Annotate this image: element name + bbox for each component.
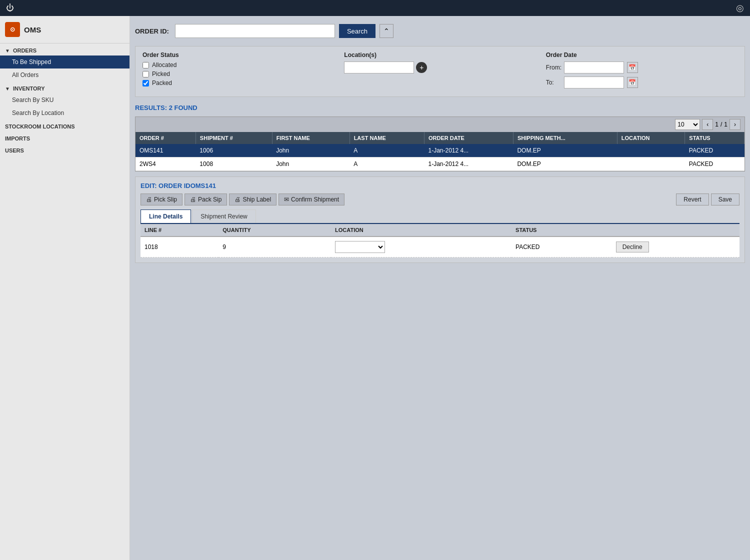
collapse-button[interactable]: ⌃	[380, 24, 394, 38]
col-line-num: LINE #	[140, 224, 218, 236]
picked-checkbox[interactable]	[142, 71, 149, 78]
to-be-shipped-label: To Be Shipped	[12, 58, 51, 66]
revert-button[interactable]: Revert	[676, 194, 708, 206]
col-location: LOCATION	[617, 132, 684, 144]
save-button[interactable]: Save	[711, 194, 740, 206]
allocated-label: Allocated	[152, 62, 176, 68]
from-label: From:	[546, 64, 561, 71]
next-page-button[interactable]: ›	[730, 119, 740, 130]
send-icon: ✉	[284, 196, 289, 203]
quantity-cell: 9	[218, 236, 331, 258]
order-id-row: ORDER ID: Search ⌃	[135, 21, 745, 41]
col-status: STATUS	[685, 132, 744, 144]
calendar-from-button[interactable]: 📅	[627, 62, 638, 73]
table-row[interactable]: OMS1411006JohnA1-Jan-2012 4...DOM.EPPACK…	[136, 144, 744, 158]
shipment-review-tab-label: Shipment Review	[200, 213, 247, 220]
order-status-title: Order Status	[142, 52, 334, 58]
edit-title: EDIT: ORDER IDOMS141	[140, 182, 740, 190]
order-id-input[interactable]	[175, 24, 335, 38]
orders-arrow-icon: ▼	[5, 48, 10, 54]
location-input-row: +	[344, 62, 536, 74]
plus-icon: +	[420, 64, 424, 72]
col-quantity: QUANTITY	[218, 224, 331, 236]
table-header-row: ORDER # SHIPMENT # FIRST NAME LAST NAME …	[136, 132, 744, 144]
sidebar-section-stockroom[interactable]: STOCKROOM LOCATIONS	[0, 120, 130, 132]
page-size-select[interactable]: 10 25 50	[675, 119, 700, 130]
sidebar-item-all-orders[interactable]: All Orders	[0, 68, 130, 82]
table-wrapper: 10 25 50 ‹ 1 / 1 › ORDER #	[135, 116, 745, 172]
sidebar-item-to-be-shipped[interactable]: To Be Shipped	[0, 56, 130, 68]
inventory-section-label: INVENTORY	[13, 86, 45, 92]
main-content: ORDER ID: Search ⌃ Order Status Allocate…	[130, 16, 750, 560]
filter-row-picked: Picked	[142, 70, 334, 78]
pagination-row: 10 25 50 ‹ 1 / 1 ›	[136, 117, 744, 132]
imports-label: IMPORTS	[5, 136, 30, 142]
sidebar-section-orders[interactable]: ▼ ORDERS	[0, 44, 130, 56]
sidebar-item-search-by-location[interactable]: Search By Location	[0, 106, 130, 120]
location-cell	[331, 236, 512, 258]
users-label: USERS	[5, 148, 24, 154]
picked-label: Picked	[152, 70, 170, 78]
page-separator: /	[720, 121, 722, 128]
table-row[interactable]: 2WS41008JohnA1-Jan-2012 4...DOM.EPPACKED	[136, 158, 744, 171]
chevron-up-icon: ⌃	[384, 27, 390, 35]
search-by-sku-label: Search By SKU	[12, 96, 54, 104]
pack-slip-button[interactable]: 🖨 Pack Sip	[184, 194, 227, 206]
logo-text: OMS	[24, 26, 41, 34]
date-from-input[interactable]	[564, 62, 624, 74]
date-to-row: To: 📅	[546, 76, 738, 88]
sidebar-item-search-by-sku[interactable]: Search By SKU	[0, 94, 130, 106]
col-line-status: STATUS	[512, 224, 612, 236]
tab-shipment-review[interactable]: Shipment Review	[192, 210, 256, 223]
ship-label-button[interactable]: 🖨 Ship Label	[229, 194, 276, 206]
current-page: 1	[715, 121, 718, 128]
calendar-to-icon: 📅	[628, 79, 636, 86]
col-action	[612, 224, 740, 236]
pack-slip-label: Pack Sip	[198, 196, 222, 203]
order-id-label: ORDER ID:	[135, 28, 169, 35]
col-order-date: ORDER DATE	[424, 132, 513, 144]
chevron-left-icon: ‹	[706, 121, 708, 128]
sidebar: ⊙ OMS ▼ ORDERS To Be Shipped All Orders …	[0, 16, 130, 560]
location-input[interactable]	[344, 62, 414, 74]
col-first-name: FIRST NAME	[272, 132, 350, 144]
top-bar: ⏻ ◎	[0, 0, 750, 16]
line-num-cell: 1018	[140, 236, 218, 258]
confirm-shipment-button[interactable]: ✉ Confirm Shipment	[278, 194, 344, 206]
sidebar-section-imports[interactable]: IMPORTS	[0, 132, 130, 144]
print-pack-icon: 🖨	[190, 196, 196, 203]
search-by-location-label: Search By Location	[12, 110, 64, 116]
confirm-shipment-label: Confirm Shipment	[291, 196, 339, 203]
add-location-button[interactable]: +	[416, 62, 427, 73]
prev-page-button[interactable]: ‹	[702, 119, 713, 130]
print-ship-icon: 🖨	[234, 196, 240, 203]
sidebar-logo: ⊙ OMS	[0, 16, 130, 44]
filter-row-allocated: Allocated	[142, 62, 334, 68]
sidebar-section-users[interactable]: USERS	[0, 144, 130, 156]
line-location-select[interactable]	[335, 241, 385, 253]
decline-button[interactable]: Decline	[616, 242, 649, 252]
allocated-checkbox[interactable]	[142, 62, 149, 68]
app-icon: ◎	[736, 2, 744, 14]
chevron-right-icon: ›	[734, 121, 736, 128]
col-order-num: ORDER #	[136, 132, 196, 144]
date-to-input[interactable]	[564, 76, 624, 88]
order-date-title: Order Date	[546, 52, 738, 58]
power-icon[interactable]: ⏻	[6, 4, 14, 12]
packed-label: Packed	[152, 80, 172, 86]
edit-order-id: OMS141	[190, 182, 216, 190]
action-cell: Decline	[612, 236, 740, 258]
edit-panel: EDIT: ORDER IDOMS141 🖨 Pick Slip 🖨 Pack …	[135, 176, 745, 263]
edit-title-prefix: EDIT: ORDER ID	[140, 182, 190, 190]
calendar-to-button[interactable]: 📅	[627, 77, 638, 88]
pick-slip-button[interactable]: 🖨 Pick Slip	[140, 194, 182, 206]
results-bar: RESULTS: 2 FOUND	[135, 102, 745, 114]
sidebar-section-inventory[interactable]: ▼ INVENTORY	[0, 82, 130, 94]
tab-line-details[interactable]: Line Details	[140, 210, 191, 223]
stockroom-label: STOCKROOM LOCATIONS	[5, 124, 75, 130]
packed-checkbox[interactable]	[142, 80, 149, 86]
print-pick-icon: 🖨	[146, 196, 152, 203]
search-button[interactable]: Search	[339, 24, 376, 38]
results-label: RESULTS:	[135, 104, 167, 112]
filter-row-packed: Packed	[142, 80, 334, 86]
